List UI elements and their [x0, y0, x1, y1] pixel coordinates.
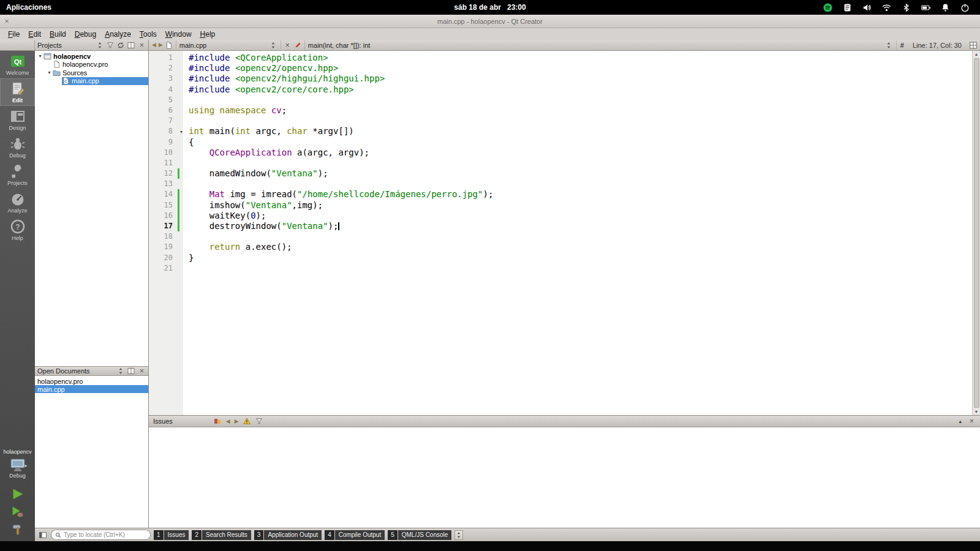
- line-column-indicator[interactable]: Line: 17, Col: 30: [908, 42, 967, 49]
- line-number[interactable]: 4: [149, 84, 183, 95]
- line-number[interactable]: 9: [149, 137, 183, 148]
- code-line[interactable]: {: [183, 137, 194, 148]
- power-icon[interactable]: [960, 2, 970, 13]
- line-number[interactable]: 8▾: [149, 126, 183, 137]
- code-line[interactable]: #include <QCoreApplication>: [183, 53, 328, 63]
- battery-icon[interactable]: [921, 2, 931, 13]
- line-number[interactable]: 19: [149, 242, 183, 252]
- filter-category-icon[interactable]: [214, 418, 222, 425]
- code-line[interactable]: waitKey(0);: [183, 211, 266, 221]
- code-line[interactable]: [183, 263, 189, 274]
- code-line[interactable]: }: [183, 253, 194, 263]
- code-line[interactable]: [183, 179, 189, 189]
- line-number[interactable]: 14: [149, 189, 183, 200]
- editor-scrollbar[interactable]: ▲ ▼: [972, 51, 980, 415]
- locator-input[interactable]: [64, 531, 146, 538]
- code-line[interactable]: Mat img = imread("/home/shellcode/Imágen…: [183, 189, 493, 200]
- code-line[interactable]: int main(int argc, char *argv[]): [183, 126, 354, 137]
- menu-debug[interactable]: Debug: [70, 29, 100, 39]
- menu-analyze[interactable]: Analyze: [100, 29, 135, 39]
- code-line[interactable]: destroyWindow("Ventana");: [183, 221, 339, 231]
- window-close-icon[interactable]: ×: [0, 15, 13, 28]
- previous-issue-icon[interactable]: ◀: [226, 418, 230, 425]
- line-number[interactable]: 13: [149, 179, 183, 189]
- panel-close-icon[interactable]: ×: [138, 367, 146, 375]
- warning-icon[interactable]: [243, 418, 251, 425]
- wifi-icon[interactable]: [881, 2, 892, 13]
- code-line[interactable]: [183, 95, 189, 105]
- code-line[interactable]: imshow("Ventana",img);: [183, 200, 323, 211]
- line-number[interactable]: 17: [149, 221, 183, 231]
- line-number[interactable]: 6: [149, 105, 183, 116]
- toggle-sidebar-icon[interactable]: [38, 531, 48, 539]
- notifications-icon[interactable]: [940, 2, 951, 13]
- filter-icon[interactable]: [107, 41, 115, 49]
- code-line[interactable]: #include <opencv2/highgui/highgui.hpp>: [183, 73, 385, 84]
- close-document-icon[interactable]: ×: [284, 41, 292, 50]
- code-line[interactable]: QCoreApplication a(argc, argv);: [183, 148, 369, 158]
- tree-item-holaopencv[interactable]: ▾holaopencv: [35, 52, 148, 61]
- line-number[interactable]: 7: [149, 116, 183, 126]
- mode-design[interactable]: Design: [0, 106, 35, 133]
- spotify-icon[interactable]: [823, 2, 833, 13]
- code-line[interactable]: #include <opencv2/core/core.hpp>: [183, 84, 354, 95]
- funnel-icon[interactable]: [255, 418, 263, 425]
- open-file-combo[interactable]: main.cpp: [176, 40, 281, 50]
- code-line[interactable]: namedWindow("Ventana");: [183, 168, 328, 179]
- line-number[interactable]: 10: [149, 148, 183, 158]
- tree-item-sources[interactable]: ▾Sources: [35, 69, 148, 77]
- tray-indicator-icon[interactable]: [842, 2, 853, 13]
- scrollbar-thumb[interactable]: [974, 58, 979, 408]
- panel-combo-arrows-icon[interactable]: [96, 41, 104, 49]
- line-number[interactable]: 1: [149, 53, 183, 63]
- symbol-combo[interactable]: main(int, char *[]): int: [304, 40, 897, 50]
- code-line[interactable]: [183, 116, 189, 126]
- debug-run-button[interactable]: [10, 505, 25, 519]
- hash-icon[interactable]: #: [899, 42, 905, 49]
- issues-panel-content[interactable]: [149, 427, 980, 528]
- menu-help[interactable]: Help: [196, 29, 220, 39]
- build-target-selector[interactable]: ▸ Debug: [7, 457, 29, 480]
- next-issue-icon[interactable]: ▶: [235, 418, 239, 425]
- code-line[interactable]: using namespace cv;: [183, 105, 287, 116]
- code-line[interactable]: [183, 231, 189, 242]
- line-number[interactable]: 18: [149, 231, 183, 242]
- mode-welcome[interactable]: QtWelcome: [0, 51, 35, 78]
- output-pane-compile-output[interactable]: 4Compile Output: [325, 530, 385, 540]
- scroll-down-icon[interactable]: ▼: [974, 408, 979, 415]
- open-document-holaopencv.pro[interactable]: holaopencv.pro: [35, 377, 148, 385]
- line-number[interactable]: 3: [149, 73, 183, 84]
- menu-build[interactable]: Build: [45, 29, 70, 39]
- expander-icon[interactable]: ▾: [46, 70, 53, 75]
- minimize-pane-icon[interactable]: ▴: [959, 418, 962, 425]
- code-area[interactable]: 1#include <QCoreApplication>2#include <o…: [149, 51, 972, 415]
- bluetooth-icon[interactable]: [901, 2, 911, 13]
- scroll-up-icon[interactable]: ▲: [974, 51, 979, 58]
- line-number[interactable]: 11: [149, 158, 183, 168]
- line-number[interactable]: 16: [149, 211, 183, 221]
- mode-edit[interactable]: Edit: [0, 78, 35, 106]
- mode-debug[interactable]: Debug: [0, 133, 35, 161]
- line-number[interactable]: 20: [149, 253, 183, 263]
- forward-icon[interactable]: ▶: [159, 41, 163, 49]
- fold-icon[interactable]: ▾: [180, 127, 183, 137]
- sync-icon[interactable]: [117, 41, 125, 49]
- menu-file[interactable]: File: [4, 29, 24, 39]
- back-icon[interactable]: ◀: [152, 41, 156, 49]
- tree-item-holaopencv.pro[interactable]: holaopencv.pro: [35, 61, 148, 69]
- kit-selector[interactable]: holaopencv ▸ Debug: [0, 449, 35, 541]
- line-number[interactable]: 5: [149, 95, 183, 105]
- split-icon[interactable]: [127, 367, 135, 375]
- split-icon[interactable]: [127, 41, 135, 49]
- menu-tools[interactable]: Tools: [135, 29, 161, 39]
- run-button[interactable]: [10, 487, 25, 501]
- title-bar[interactable]: × main.cpp - holaopencv - Qt Creator: [0, 15, 980, 28]
- code-line[interactable]: return a.exec();: [183, 242, 292, 252]
- line-number[interactable]: 12: [149, 168, 183, 179]
- output-pane-qml-js-console[interactable]: 5QML/JS Console: [388, 530, 451, 540]
- clock[interactable]: sáb 18 de abr 23:00: [454, 3, 526, 12]
- target-expand-icon[interactable]: ▸: [24, 463, 27, 468]
- mode-projects[interactable]: Projects: [0, 161, 35, 189]
- applications-menu[interactable]: Aplicaciones: [0, 3, 58, 12]
- panel-close-icon[interactable]: ×: [138, 41, 146, 50]
